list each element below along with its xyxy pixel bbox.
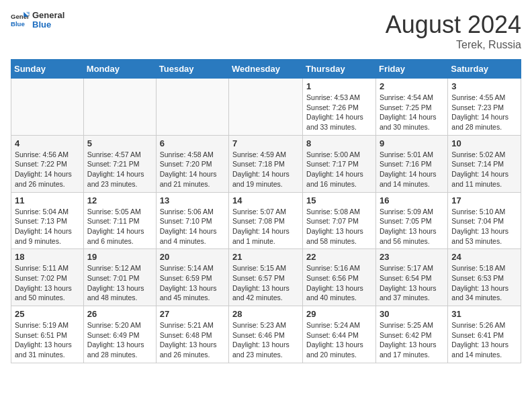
day-info: Sunrise: 5:11 AM Sunset: 7:02 PM Dayligh…	[15, 263, 80, 303]
day-number: 27	[160, 309, 225, 319]
day-info: Sunrise: 4:54 AM Sunset: 7:25 PM Dayligh…	[380, 93, 444, 132]
calendar-cell: 15Sunrise: 5:08 AM Sunset: 7:07 PM Dayli…	[303, 192, 376, 249]
day-number: 11	[15, 195, 80, 205]
calendar-cell: 7Sunrise: 4:59 AM Sunset: 7:18 PM Daylig…	[229, 135, 303, 192]
calendar-cell: 3Sunrise: 4:55 AM Sunset: 7:23 PM Daylig…	[448, 79, 521, 136]
day-number: 28	[232, 309, 299, 319]
calendar-table: SundayMondayTuesdayWednesdayThursdayFrid…	[11, 59, 521, 363]
calendar-cell: 18Sunrise: 5:11 AM Sunset: 7:02 PM Dayli…	[11, 249, 84, 306]
calendar-cell: 9Sunrise: 5:01 AM Sunset: 7:16 PM Daylig…	[375, 135, 447, 192]
calendar-cell: 17Sunrise: 5:10 AM Sunset: 7:04 PM Dayli…	[448, 192, 521, 249]
calendar-cell: 20Sunrise: 5:14 AM Sunset: 6:59 PM Dayli…	[156, 249, 228, 306]
page-header: General Blue General Blue August 2024 Te…	[11, 11, 521, 51]
day-info: Sunrise: 5:05 AM Sunset: 7:11 PM Dayligh…	[87, 207, 152, 246]
day-info: Sunrise: 5:01 AM Sunset: 7:16 PM Dayligh…	[380, 150, 444, 189]
calendar-cell: 29Sunrise: 5:24 AM Sunset: 6:44 PM Dayli…	[303, 306, 376, 363]
calendar-cell: 19Sunrise: 5:12 AM Sunset: 7:01 PM Dayli…	[83, 249, 156, 306]
day-number: 12	[87, 195, 152, 205]
day-info: Sunrise: 5:12 AM Sunset: 7:01 PM Dayligh…	[87, 263, 152, 303]
day-info: Sunrise: 4:56 AM Sunset: 7:22 PM Dayligh…	[15, 150, 80, 189]
calendar-cell: 11Sunrise: 5:04 AM Sunset: 7:13 PM Dayli…	[11, 192, 84, 249]
weekday-header-monday: Monday	[83, 60, 156, 79]
day-number: 30	[380, 309, 444, 319]
day-number: 18	[15, 252, 80, 262]
day-number: 19	[87, 252, 152, 262]
calendar-cell: 21Sunrise: 5:15 AM Sunset: 6:57 PM Dayli…	[229, 249, 303, 306]
day-number: 16	[380, 195, 444, 205]
day-number: 8	[306, 138, 372, 148]
day-info: Sunrise: 5:23 AM Sunset: 6:46 PM Dayligh…	[232, 320, 299, 360]
day-number: 31	[451, 309, 517, 319]
calendar-cell: 2Sunrise: 4:54 AM Sunset: 7:25 PM Daylig…	[375, 79, 447, 136]
day-number: 25	[15, 309, 80, 319]
weekday-header-friday: Friday	[375, 60, 447, 79]
calendar-cell	[11, 79, 84, 136]
calendar-cell: 16Sunrise: 5:09 AM Sunset: 7:05 PM Dayli…	[375, 192, 447, 249]
logo-icon: General Blue	[11, 11, 30, 30]
weekday-header-row: SundayMondayTuesdayWednesdayThursdayFrid…	[11, 60, 521, 79]
day-number: 13	[160, 195, 225, 205]
day-info: Sunrise: 5:07 AM Sunset: 7:08 PM Dayligh…	[232, 207, 299, 246]
day-info: Sunrise: 5:20 AM Sunset: 6:49 PM Dayligh…	[87, 320, 152, 360]
calendar-cell: 31Sunrise: 5:26 AM Sunset: 6:41 PM Dayli…	[448, 306, 521, 363]
day-info: Sunrise: 5:21 AM Sunset: 6:48 PM Dayligh…	[160, 320, 225, 360]
day-info: Sunrise: 5:00 AM Sunset: 7:17 PM Dayligh…	[306, 150, 372, 189]
logo-general-text: General	[32, 10, 64, 20]
weekday-header-tuesday: Tuesday	[156, 60, 228, 79]
calendar-cell: 22Sunrise: 5:16 AM Sunset: 6:56 PM Dayli…	[303, 249, 376, 306]
day-info: Sunrise: 5:17 AM Sunset: 6:54 PM Dayligh…	[380, 263, 444, 303]
day-info: Sunrise: 5:14 AM Sunset: 6:59 PM Dayligh…	[160, 263, 225, 303]
day-number: 26	[87, 309, 152, 319]
calendar-cell: 6Sunrise: 4:58 AM Sunset: 7:20 PM Daylig…	[156, 135, 228, 192]
day-info: Sunrise: 5:18 AM Sunset: 6:53 PM Dayligh…	[451, 263, 517, 303]
weekday-header-wednesday: Wednesday	[229, 60, 303, 79]
calendar-cell: 14Sunrise: 5:07 AM Sunset: 7:08 PM Dayli…	[229, 192, 303, 249]
calendar-cell: 4Sunrise: 4:56 AM Sunset: 7:22 PM Daylig…	[11, 135, 84, 192]
calendar-cell: 30Sunrise: 5:25 AM Sunset: 6:42 PM Dayli…	[375, 306, 447, 363]
calendar-week-1: 1Sunrise: 4:53 AM Sunset: 7:26 PM Daylig…	[11, 79, 521, 136]
day-info: Sunrise: 5:06 AM Sunset: 7:10 PM Dayligh…	[160, 207, 225, 246]
day-number: 2	[380, 81, 444, 91]
calendar-cell: 10Sunrise: 5:02 AM Sunset: 7:14 PM Dayli…	[448, 135, 521, 192]
location-subtitle: Terek, Russia	[386, 39, 521, 51]
calendar-cell: 25Sunrise: 5:19 AM Sunset: 6:51 PM Dayli…	[11, 306, 84, 363]
calendar-body: 1Sunrise: 4:53 AM Sunset: 7:26 PM Daylig…	[11, 79, 521, 363]
calendar-cell	[83, 79, 156, 136]
day-number: 24	[451, 252, 517, 262]
logo: General Blue General Blue	[11, 11, 64, 30]
calendar-cell: 24Sunrise: 5:18 AM Sunset: 6:53 PM Dayli…	[448, 249, 521, 306]
day-info: Sunrise: 4:57 AM Sunset: 7:21 PM Dayligh…	[87, 150, 152, 189]
day-info: Sunrise: 5:10 AM Sunset: 7:04 PM Dayligh…	[451, 207, 517, 246]
calendar-week-2: 4Sunrise: 4:56 AM Sunset: 7:22 PM Daylig…	[11, 135, 521, 192]
calendar-cell	[229, 79, 303, 136]
calendar-week-5: 25Sunrise: 5:19 AM Sunset: 6:51 PM Dayli…	[11, 306, 521, 363]
calendar-cell	[156, 79, 228, 136]
calendar-cell: 13Sunrise: 5:06 AM Sunset: 7:10 PM Dayli…	[156, 192, 228, 249]
day-number: 23	[380, 252, 444, 262]
calendar-week-3: 11Sunrise: 5:04 AM Sunset: 7:13 PM Dayli…	[11, 192, 521, 249]
calendar-cell: 28Sunrise: 5:23 AM Sunset: 6:46 PM Dayli…	[229, 306, 303, 363]
day-info: Sunrise: 5:19 AM Sunset: 6:51 PM Dayligh…	[15, 320, 80, 360]
weekday-header-sunday: Sunday	[11, 60, 84, 79]
calendar-cell: 12Sunrise: 5:05 AM Sunset: 7:11 PM Dayli…	[83, 192, 156, 249]
day-number: 29	[306, 309, 372, 319]
calendar-cell: 1Sunrise: 4:53 AM Sunset: 7:26 PM Daylig…	[303, 79, 376, 136]
day-info: Sunrise: 4:59 AM Sunset: 7:18 PM Dayligh…	[232, 150, 299, 189]
weekday-header-thursday: Thursday	[303, 60, 376, 79]
day-number: 10	[451, 138, 517, 148]
calendar-cell: 26Sunrise: 5:20 AM Sunset: 6:49 PM Dayli…	[83, 306, 156, 363]
day-info: Sunrise: 5:24 AM Sunset: 6:44 PM Dayligh…	[306, 320, 372, 360]
day-number: 22	[306, 252, 372, 262]
day-info: Sunrise: 5:26 AM Sunset: 6:41 PM Dayligh…	[451, 320, 517, 360]
calendar-header: SundayMondayTuesdayWednesdayThursdayFrid…	[11, 60, 521, 79]
day-number: 15	[306, 195, 372, 205]
day-number: 3	[451, 81, 517, 91]
day-number: 7	[232, 138, 299, 148]
day-number: 20	[160, 252, 225, 262]
day-number: 1	[306, 81, 372, 91]
month-year-title: August 2024	[386, 11, 521, 39]
title-block: August 2024 Terek, Russia	[386, 11, 521, 51]
calendar-cell: 8Sunrise: 5:00 AM Sunset: 7:17 PM Daylig…	[303, 135, 376, 192]
calendar-cell: 23Sunrise: 5:17 AM Sunset: 6:54 PM Dayli…	[375, 249, 447, 306]
day-info: Sunrise: 4:58 AM Sunset: 7:20 PM Dayligh…	[160, 150, 225, 189]
